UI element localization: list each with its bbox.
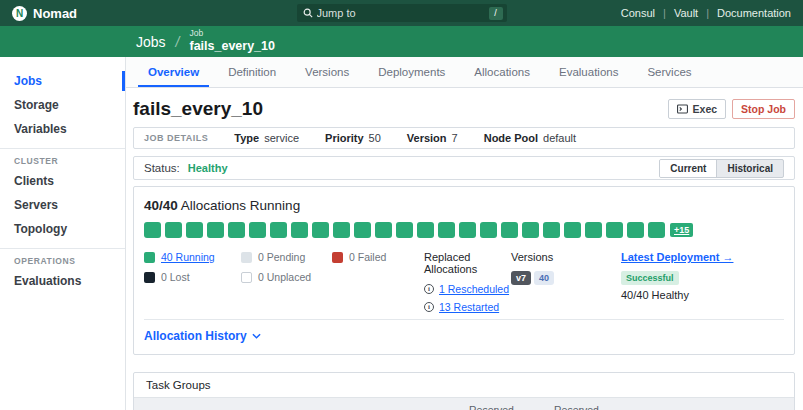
exec-button[interactable]: Exec xyxy=(668,99,727,119)
allocations-summary: 40/40 Allocations Running xyxy=(144,198,784,213)
brand-label: Nomad xyxy=(33,6,77,21)
allocation-box[interactable] xyxy=(312,222,329,238)
tab-services[interactable]: Services xyxy=(637,57,701,87)
allocations-count: 40/40 xyxy=(144,198,178,213)
task-groups-table: Name ↓ Count Allocation Status Volume Re… xyxy=(134,398,794,410)
allocation-box[interactable] xyxy=(165,222,182,238)
info-icon xyxy=(424,302,434,312)
sidebar-item-servers[interactable]: Servers xyxy=(0,194,125,216)
allocation-box[interactable] xyxy=(291,222,308,238)
jump-to-search[interactable]: / xyxy=(297,4,507,22)
allocation-box[interactable] xyxy=(480,222,497,238)
tab-allocations[interactable]: Allocations xyxy=(464,57,540,87)
toggle-historical[interactable]: Historical xyxy=(717,160,783,177)
replaced-allocations-heading: Replaced Allocations xyxy=(424,251,511,275)
terminal-icon xyxy=(677,104,688,114)
latest-deployment-link[interactable]: Latest Deployment → xyxy=(621,251,733,263)
allocation-box[interactable] xyxy=(648,222,665,238)
allocation-box[interactable] xyxy=(396,222,413,238)
column-reserved-memory[interactable]: Reserved Memory xyxy=(541,398,641,410)
rescheduled-line: 1 Rescheduled xyxy=(424,283,511,295)
job-detail-version: Version 7 xyxy=(407,132,458,144)
documentation-link[interactable]: Documentation xyxy=(717,7,791,19)
tab-definition[interactable]: Definition xyxy=(218,57,286,87)
column-reserved-disk[interactable]: Reserved Disk xyxy=(641,398,794,410)
running-swatch-icon xyxy=(144,252,155,263)
allocation-box[interactable] xyxy=(501,222,518,238)
sidebar-item-storage[interactable]: Storage xyxy=(0,94,125,116)
allocation-box[interactable] xyxy=(606,222,623,238)
allocation-box[interactable] xyxy=(438,222,455,238)
allocation-overflow-badge[interactable]: +15 xyxy=(670,223,693,237)
allocation-history-link[interactable]: Allocation History xyxy=(144,320,261,354)
allocation-box[interactable] xyxy=(564,222,581,238)
sidebar-heading-cluster: CLUSTER xyxy=(0,156,125,166)
column-allocation-status[interactable]: Allocation Status xyxy=(259,398,401,410)
vault-link[interactable]: Vault xyxy=(674,7,698,19)
allocation-box[interactable] xyxy=(207,222,224,238)
allocation-box[interactable] xyxy=(375,222,392,238)
sidebar: Jobs Storage Variables CLUSTER Clients S… xyxy=(0,57,126,410)
allocation-box[interactable] xyxy=(186,222,203,238)
restarted-link[interactable]: 13 Restarted xyxy=(439,301,499,313)
allocation-box[interactable] xyxy=(417,222,434,238)
task-groups-panel: Task Groups Name ↓ Count Allocation Stat… xyxy=(133,372,795,410)
column-name[interactable]: Name ↓ xyxy=(134,398,206,410)
page-title: fails_every_10 xyxy=(133,98,263,120)
sidebar-item-clients[interactable]: Clients xyxy=(0,170,125,192)
allocation-box[interactable] xyxy=(627,222,644,238)
allocation-box[interactable] xyxy=(270,222,287,238)
stop-job-button[interactable]: Stop Job xyxy=(732,99,795,119)
tab-evaluations[interactable]: Evaluations xyxy=(549,57,628,87)
sidebar-item-topology[interactable]: Topology xyxy=(0,218,125,240)
search-input[interactable] xyxy=(317,7,485,19)
tab-overview[interactable]: Overview xyxy=(138,57,209,87)
status-view-toggle: Current Historical xyxy=(659,159,784,178)
toggle-current[interactable]: Current xyxy=(660,160,717,177)
version-tag-badge[interactable]: v7 xyxy=(511,271,531,285)
breadcrumb-job-name: fails_every_10 xyxy=(189,39,275,53)
info-icon xyxy=(424,284,434,294)
top-navbar: Nomad / Consul | Vault | Documentation xyxy=(0,0,803,26)
consul-link[interactable]: Consul xyxy=(621,7,655,19)
allocation-box[interactable] xyxy=(249,222,266,238)
restarted-line: 13 Restarted xyxy=(424,301,511,313)
tab-deployments[interactable]: Deployments xyxy=(368,57,455,87)
sidebar-heading-operations: OPERATIONS xyxy=(0,256,125,266)
sidebar-item-evaluations[interactable]: Evaluations xyxy=(0,270,125,292)
breadcrumb-job-crumb[interactable]: Job fails_every_10 xyxy=(189,29,275,53)
column-volume[interactable]: Volume xyxy=(401,398,456,410)
allocation-box-row: +15 xyxy=(144,222,784,238)
allocation-box[interactable] xyxy=(459,222,476,238)
sidebar-item-jobs[interactable]: Jobs xyxy=(0,70,125,92)
nomad-brand[interactable]: Nomad xyxy=(12,6,77,21)
version-count-badge[interactable]: 40 xyxy=(534,271,554,285)
rescheduled-link[interactable]: 1 Rescheduled xyxy=(439,283,509,295)
pending-swatch-icon xyxy=(241,252,252,263)
versions-heading: Versions xyxy=(511,251,621,263)
tab-versions[interactable]: Versions xyxy=(295,57,359,87)
allocation-box[interactable] xyxy=(522,222,539,238)
link-separator: | xyxy=(706,7,709,19)
job-details-strip: JOB DETAILS Type service Priority 50 Ver… xyxy=(133,127,795,149)
allocation-box[interactable] xyxy=(585,222,602,238)
top-links: Consul | Vault | Documentation xyxy=(621,7,791,19)
allocation-box[interactable] xyxy=(228,222,245,238)
legend-lost: 0 Lost xyxy=(144,271,241,283)
sidebar-item-variables[interactable]: Variables xyxy=(0,118,125,140)
running-count-link[interactable]: 40 Running xyxy=(161,251,215,263)
allocation-box[interactable] xyxy=(543,222,560,238)
main-content: Overview Definition Versions Deployments… xyxy=(126,57,803,410)
legend-pending: 0 Pending xyxy=(241,251,332,263)
breadcrumb-jobs-link[interactable]: Jobs xyxy=(136,34,166,50)
allocation-box[interactable] xyxy=(144,222,161,238)
column-count[interactable]: Count xyxy=(206,398,259,410)
job-detail-priority: Priority 50 xyxy=(325,132,381,144)
allocations-summary-label: Allocations Running xyxy=(181,198,300,213)
task-groups-title: Task Groups xyxy=(134,373,794,398)
column-reserved-cpu[interactable]: Reserved CPU xyxy=(456,398,541,410)
deployment-status-badge: Successful xyxy=(621,271,679,285)
allocation-box[interactable] xyxy=(333,222,350,238)
version-badges: v7 40 xyxy=(511,271,621,285)
allocation-box[interactable] xyxy=(354,222,371,238)
